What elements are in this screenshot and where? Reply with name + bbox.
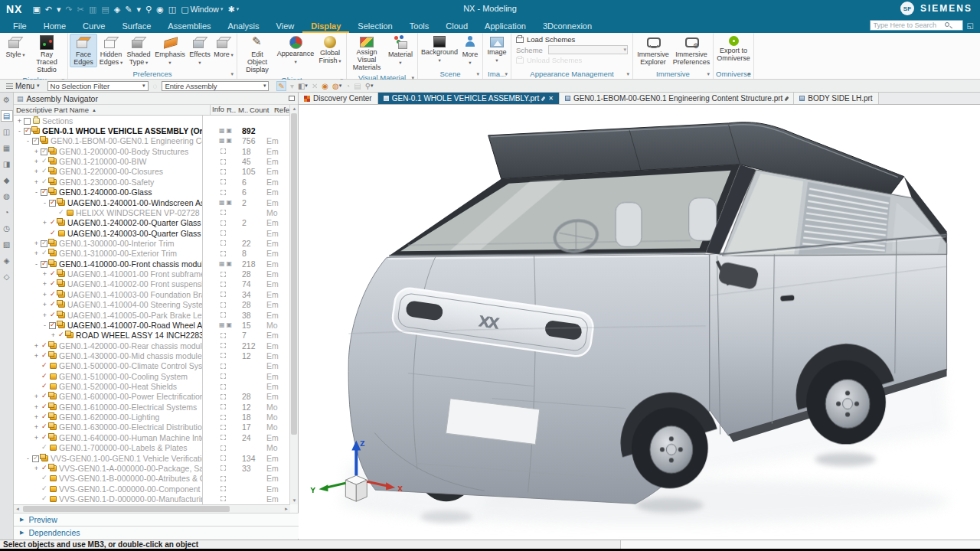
selection-scope-dropdown[interactable]: Entire Assembly ▾ — [162, 81, 269, 91]
doc-tab-gen0-1-ebom-00-gen0-1-engineering-content-structure-prt[interactable]: GEN0.1-EBOM-00-GEN0.1 Engineering Conten… — [560, 93, 794, 104]
ribbon-tab-assemblies[interactable]: Assemblies — [159, 20, 219, 33]
tree-row[interactable]: ✓UAGEN0.1-240003-00-Quarter Glass RHFEm — [14, 228, 290, 238]
more-button[interactable]: More ▾ — [212, 34, 235, 60]
undock-panel-icon[interactable] — [289, 96, 295, 101]
collaboration-icon[interactable]: ✱▾ — [227, 5, 239, 15]
scrollbar-thumb[interactable] — [291, 113, 297, 435]
constraint-navigator-icon[interactable]: ◫ — [1, 126, 13, 138]
pattern-icon[interactable]: ◔ — [345, 82, 350, 90]
panel-settings-icon[interactable]: ⚙ — [1, 94, 13, 106]
check-icon[interactable]: ✓ — [40, 485, 49, 493]
hd3d-tools-icon[interactable]: ◍ — [1, 191, 13, 202]
tree-row[interactable]: -✓VVS-GEN0.1-00-GEN0.1 Vehicle Verificat… — [14, 453, 290, 463]
expander-icon[interactable]: + — [33, 157, 40, 166]
expander-icon[interactable]: + — [41, 279, 48, 289]
scroll-down-icon[interactable]: ▼ — [290, 497, 299, 504]
ribbon-tab-application[interactable]: Application — [476, 20, 534, 33]
scroll-up-icon[interactable]: ▲ — [290, 105, 299, 112]
check-icon[interactable]: ✓ — [57, 209, 66, 217]
tree-row[interactable]: ✓GEN0.1-510000-00-Cooling SystemEm — [14, 371, 290, 381]
assign-visual-materials-button[interactable]: Assign Visual Materials — [348, 34, 385, 73]
work-layer-icon[interactable]: ◧▾ — [298, 82, 308, 90]
close-icon[interactable]: ✕ — [548, 95, 554, 102]
window-menu[interactable]: ▢Window▾ — [181, 5, 223, 15]
scroll-right-icon[interactable]: ► — [283, 506, 290, 513]
undo-menu-caret[interactable]: ▾ — [57, 5, 61, 15]
immersive-explorer-button[interactable]: Immersive Explorer — [635, 34, 671, 67]
expander-icon[interactable]: - — [24, 454, 31, 463]
undo-icon[interactable]: ↶ — [45, 5, 52, 15]
tree-row[interactable]: -✓GEN0.1-240000-00-Glass6Em — [14, 187, 290, 197]
column-read-only[interactable]: R.. — [227, 106, 238, 114]
ribbon-tab-surface[interactable]: Surface — [113, 20, 159, 33]
tree-row[interactable]: -✓GEN0.1-EBOM-00-GEN0.1 Engineering Cont… — [14, 136, 290, 146]
tree-row[interactable]: +✓GEN0.1-220000-00-Closures105Em — [14, 167, 290, 177]
sheet-icon[interactable]: ▤ — [354, 82, 361, 90]
van-3d-model[interactable]: XX Z X Y — [299, 105, 980, 540]
tree-row[interactable]: +✓GEN0.1-630000-00-Electrical Distributi… — [14, 422, 290, 432]
group-menu-caret-icon[interactable]: ▾ — [230, 69, 234, 79]
more-button[interactable]: More ▾ — [459, 34, 481, 67]
web-browser-icon[interactable]: ◔ — [1, 207, 13, 218]
column-count[interactable]: Count — [250, 106, 274, 114]
check-icon[interactable]: ✓ — [40, 474, 49, 482]
shaded-type-button[interactable]: Shaded Type ▾ — [125, 34, 152, 67]
material-button[interactable]: Material ▾ — [385, 34, 416, 67]
expander-icon[interactable]: + — [33, 239, 40, 248]
check-icon[interactable]: ✓ — [40, 373, 49, 380]
tree-row[interactable]: +✓GEN0.1-310000-00-Exterior Trim8Em — [14, 249, 290, 259]
tree-row[interactable]: +✓UAGEN0.1-410002-00 Front suspension74E… — [14, 279, 290, 289]
expander-icon[interactable]: + — [41, 269, 48, 279]
expander-icon[interactable]: + — [33, 422, 40, 432]
tree-row[interactable]: +✓GEN0.1-600000-00-Power Electrification… — [14, 392, 290, 402]
graphics-viewport[interactable]: XX Z X Y — [299, 105, 980, 540]
ribbon-tab-curve[interactable]: Curve — [74, 20, 113, 33]
edit-object-display-button[interactable]: Edit Object Display — [239, 34, 276, 75]
background-button[interactable]: Background ▾ — [420, 34, 459, 65]
tree-row[interactable]: ✓VVS-GEN0.1-D-000000-00-ManufacturingEm — [14, 494, 290, 504]
doc-tab-body-side-lh-prt[interactable]: BODY SIDE LH.prt — [794, 93, 878, 104]
history-icon[interactable]: ◷ — [1, 223, 13, 234]
hand-tool-icon[interactable]: ⚲▾ — [365, 82, 374, 90]
command-finder-icon[interactable]: ◈ — [114, 5, 120, 15]
scrollbar-thumb[interactable] — [23, 506, 230, 512]
expander-icon[interactable]: + — [33, 341, 40, 350]
redo-icon[interactable]: ↷ — [66, 5, 73, 15]
touch-pen-icon[interactable]: ✎ — [125, 5, 132, 15]
global-finish-button[interactable]: Global Finish ▾ — [315, 34, 345, 66]
expander-icon[interactable]: + — [33, 433, 40, 442]
ribbon-tab-selection[interactable]: Selection — [349, 20, 400, 33]
tree-column-header[interactable]: Descriptive Part Name ▲ Info R.. M.. Cou… — [14, 105, 298, 116]
expander-icon[interactable]: + — [41, 311, 48, 320]
ribbon-tab-display[interactable]: Display — [302, 20, 349, 33]
ribbon-tab-tools[interactable]: Tools — [401, 20, 438, 33]
expander-icon[interactable]: - — [33, 187, 40, 197]
fullscreen-icon[interactable]: ◱ — [967, 21, 974, 30]
group-menu-caret-icon[interactable]: ▾ — [505, 69, 508, 79]
ribbon-tab-view[interactable]: View — [268, 20, 303, 33]
tree-row[interactable]: +✓GEN0.1-210000-00-BIW45Em — [14, 156, 290, 166]
check-icon[interactable]: ✓ — [40, 444, 49, 452]
expander-icon[interactable]: + — [33, 147, 40, 156]
process-studio-icon[interactable]: ▧ — [1, 239, 13, 250]
expander-icon[interactable]: - — [16, 126, 23, 135]
column-descriptive-part-name[interactable]: Descriptive Part Name — [16, 106, 89, 114]
tree-row[interactable]: +✓GEN0.1-430000-00-Mid chassis module12E… — [14, 350, 290, 360]
check-icon[interactable]: ✓ — [40, 383, 49, 390]
tree-row[interactable]: ✓VVS-GEN0.1-B-000000-00-Atributes & CAEE… — [14, 474, 290, 484]
group-menu-caret-icon[interactable]: ▾ — [626, 69, 629, 79]
part-navigator-icon[interactable]: ▦ — [1, 142, 13, 154]
tree-row[interactable]: ✓HELIXX WINDSCREEN VP-02728Mo — [14, 207, 290, 217]
style-button[interactable]: Style ▾ — [3, 34, 28, 60]
dependencies-section[interactable]: ▶ Dependencies — [14, 526, 299, 539]
tree-row[interactable]: +✓UAGEN0.1-410003-00 Foundation Brakes F… — [14, 289, 290, 299]
ribbon-tab-file[interactable]: File — [5, 20, 35, 33]
rear-wheel[interactable] — [806, 360, 886, 445]
tree-row[interactable]: -✓GEN-0.1 WHOLE VEHICLE ASSEMBLY (Order:… — [14, 126, 290, 135]
expander-icon[interactable]: + — [41, 218, 48, 227]
expander-icon[interactable]: + — [16, 116, 23, 126]
expander-icon[interactable]: + — [33, 464, 40, 473]
front-side-wheel[interactable] — [632, 408, 708, 489]
check-icon[interactable] — [23, 117, 32, 125]
reuse-library-icon[interactable]: ◨ — [1, 158, 13, 170]
